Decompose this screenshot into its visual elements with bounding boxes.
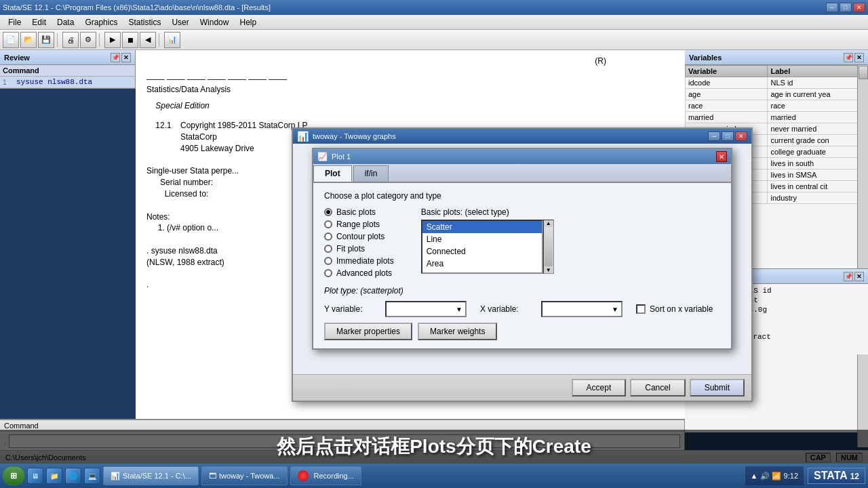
taskbar-stata-icon: 📊 (111, 472, 120, 481)
review-row-1[interactable]: 1 sysuse nlsw88.dta (0, 77, 135, 88)
variables-header: Variables 📌 ✕ (685, 50, 868, 65)
var-row-race[interactable]: racerace (686, 100, 868, 112)
menu-window[interactable]: Window (195, 16, 235, 28)
plot1-close-button[interactable]: ✕ (716, 151, 727, 162)
taskbar-icon-3[interactable]: 🌐 (65, 468, 81, 484)
x-variable-dropdown[interactable]: ▼ (541, 301, 623, 317)
toolbar-btn5[interactable]: ◀ (140, 32, 156, 48)
listbox-scroll-down[interactable]: ▼ (544, 267, 553, 273)
listbox-area[interactable]: Area (422, 258, 542, 270)
var-label: married (768, 112, 868, 123)
command-header: Command (0, 65, 135, 77)
taskbar-icon-2[interactable]: 📁 (46, 468, 62, 484)
toolbar-btn6[interactable]: 📊 (164, 32, 180, 48)
plot-type-section: Plot type: (scatterplot) Y variable: ▼ X… (324, 286, 720, 340)
toolbar-open[interactable]: 📂 (20, 32, 37, 48)
toolbar-btn2[interactable]: ⚙ (80, 32, 96, 48)
stata-badge-logo: STATA (814, 470, 847, 481)
y-variable-dropdown[interactable]: ▼ (385, 301, 467, 317)
radio-basic-plots[interactable]: Basic plots (324, 207, 394, 217)
results-statistics-label: Statistics/Data Analysis (146, 84, 674, 96)
twoway-dialog-titlebar: 📊 twoway - Twoway graphs ─ □ ✕ (293, 129, 751, 144)
col-label: Label (768, 66, 868, 77)
col-variable: Variable (686, 66, 768, 77)
variables-scrollbar[interactable] (857, 65, 868, 447)
close-button[interactable]: ✕ (853, 3, 865, 12)
var-row-married[interactable]: marriedmarried (686, 112, 868, 123)
review-close-button[interactable]: ✕ (121, 53, 131, 62)
taskbar-stata-button[interactable]: 📊 Stata/SE 12.1 - C:\... (103, 466, 199, 485)
minimize-button[interactable]: ─ (826, 3, 838, 12)
results-r-label: (R) (146, 56, 606, 67)
radio-immediate-plots[interactable]: Immediate plots (324, 256, 394, 266)
menu-graphics[interactable]: Graphics (79, 16, 123, 28)
taskbar-recording-label: Recording... (314, 472, 354, 480)
var-row-age[interactable]: ageage in current yea (686, 89, 868, 100)
twoway-minimize-button[interactable]: ─ (708, 131, 720, 141)
review-panel: Review 📌 ✕ Command 1 sysuse nlsw88.dta (0, 50, 136, 89)
marker-buttons-row: Marker properties Marker weights (324, 323, 720, 340)
toolbar-save[interactable]: 💾 (38, 32, 54, 48)
review-pin-button[interactable]: 📌 (111, 53, 120, 62)
listbox-scroll-thumb (545, 227, 553, 266)
toolbar-print[interactable]: 🖨 (62, 32, 79, 48)
radio-advanced-plots[interactable]: Advanced plots (324, 268, 394, 278)
menu-help[interactable]: Help (234, 16, 262, 28)
taskbar-recording-button[interactable]: Recording... (290, 466, 361, 485)
variables-pin-button[interactable]: 📌 (844, 53, 853, 62)
menu-user[interactable]: User (166, 16, 194, 28)
twoway-submit-button[interactable]: Submit (690, 379, 745, 396)
radio-immediate-label: Immediate plots (336, 256, 394, 266)
plot-type-listbox[interactable]: Scatter Line Connected Area Bar Spike (421, 220, 543, 274)
listbox-scrollbar[interactable]: ▲ ▼ (543, 220, 554, 274)
taskbar-twoway-button[interactable]: 🗔 twoway - Twowa... (201, 466, 288, 485)
tab-if-in-label: if/in (365, 169, 378, 178)
start-button[interactable]: ⊞ (3, 466, 24, 485)
tab-if-in[interactable]: if/in (353, 165, 389, 182)
radio-contour-plots[interactable]: Contour plots (324, 232, 394, 241)
twoway-close-button[interactable]: ✕ (735, 131, 747, 141)
review-header: Review 📌 ✕ (0, 50, 135, 65)
twoway-cancel-button[interactable]: Cancel (630, 379, 685, 396)
plot1-titlebar: 📈 Plot 1 ✕ (313, 149, 731, 164)
var-label: lives in south (768, 158, 868, 169)
plot-type-label: Plot type: (scatterplot) (324, 286, 720, 296)
marker-properties-button[interactable]: Marker properties (324, 323, 412, 340)
toolbar-new[interactable]: 📄 (3, 32, 19, 48)
properties-close-button[interactable]: ✕ (854, 272, 864, 281)
listbox-line[interactable]: Line (422, 233, 542, 245)
twoway-dialog-controls: ─ □ ✕ (708, 131, 747, 141)
properties-pin-button[interactable]: 📌 (844, 272, 853, 281)
twoway-accept-button[interactable]: Accept (572, 379, 627, 396)
menu-file[interactable]: File (3, 16, 26, 28)
listbox-scatter[interactable]: Scatter (422, 221, 542, 233)
choose-category-label: Choose a plot category and type (324, 191, 720, 201)
radio-fit-plots[interactable]: Fit plots (324, 244, 394, 253)
toolbar-separator-2 (99, 33, 102, 47)
sort-x-checkbox[interactable]: Sort on x variable (636, 304, 713, 314)
twoway-restore-button[interactable]: □ (722, 131, 734, 141)
var-label: age in current yea (768, 89, 868, 100)
tab-plot[interactable]: Plot (313, 165, 352, 182)
restore-button[interactable]: □ (840, 3, 852, 12)
menu-edit[interactable]: Edit (26, 16, 52, 28)
menu-data[interactable]: Data (52, 16, 79, 28)
stata-version-badge: STATA 12 (808, 468, 865, 484)
twoway-dialog-footer: Accept Cancel Submit (293, 374, 751, 401)
marker-weights-button[interactable]: Marker weights (418, 323, 497, 340)
variables-close-button[interactable]: ✕ (854, 53, 864, 62)
var-row-idcode[interactable]: idcodeNLS id (686, 77, 868, 89)
var-label: never married (768, 123, 868, 135)
listbox-bar[interactable]: Bar (422, 270, 542, 274)
listbox-connected[interactable]: Connected (422, 245, 542, 258)
taskbar-icon-1[interactable]: 🖥 (27, 468, 43, 484)
category-row: Basic plots Range plots Contour plots Fi… (324, 207, 720, 278)
listbox-scroll-up[interactable]: ▲ (544, 220, 553, 226)
toolbar-btn3[interactable]: ▶ (104, 32, 121, 48)
taskbar-icon-4[interactable]: 💻 (84, 468, 100, 484)
var-label: current grade con (768, 135, 868, 146)
menu-statistics[interactable]: Statistics (123, 16, 166, 28)
toolbar-btn4[interactable]: ⏹ (122, 32, 138, 48)
review-header-buttons: 📌 ✕ (111, 53, 131, 62)
radio-range-plots[interactable]: Range plots (324, 220, 394, 229)
